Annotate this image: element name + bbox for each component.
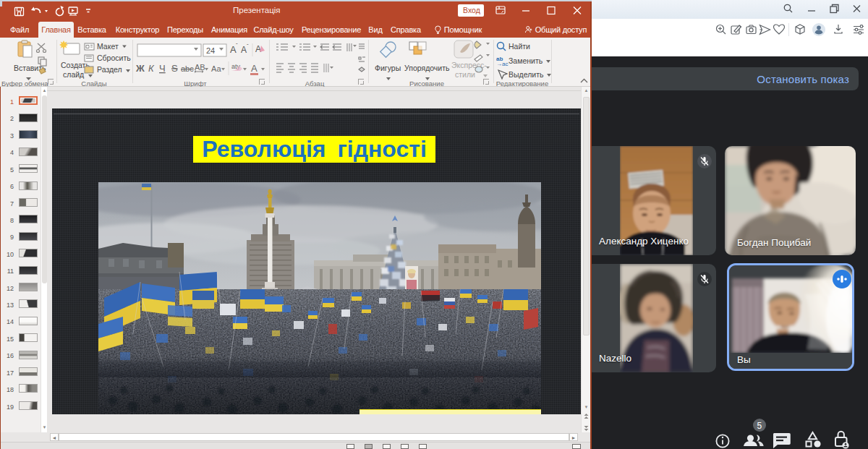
svg-text:Вход: Вход [463,6,480,14]
svg-text:24: 24 [206,46,215,55]
svg-text:Выделить: Выделить [509,70,544,79]
svg-text:Аа: Аа [211,64,221,73]
svg-text:Ж: Ж [135,63,145,74]
svg-text:Раздел: Раздел [97,65,122,74]
svg-text:АВ: АВ [195,63,205,72]
svg-text:А: А [241,45,247,55]
svg-text:слайд: слайд [63,70,84,79]
svg-text:Презентація: Презентація [233,6,281,14]
svg-text:Макет: Макет [97,42,119,51]
svg-text:А: А [255,44,261,54]
svg-text:abc: abc [181,64,194,73]
svg-text:→ac: →ac [496,61,508,67]
svg-text:Заменить: Заменить [509,56,543,65]
svg-text:5: 5 [757,421,762,431]
svg-text:ˇ: ˇ [247,43,249,49]
svg-text:К: К [148,63,155,74]
svg-text:S: S [171,63,178,74]
svg-text:Найти: Найти [509,42,530,51]
svg-text:Фигуры: Фигуры [375,64,401,72]
svg-text:А: А [251,63,258,74]
svg-text:стили: стили [455,70,475,79]
svg-text:Ч: Ч [159,63,166,74]
svg-text:Сбросить: Сбросить [97,54,131,62]
svg-text:ˆ: ˆ [236,42,238,48]
svg-text:Упорядочить: Упорядочить [404,64,450,72]
